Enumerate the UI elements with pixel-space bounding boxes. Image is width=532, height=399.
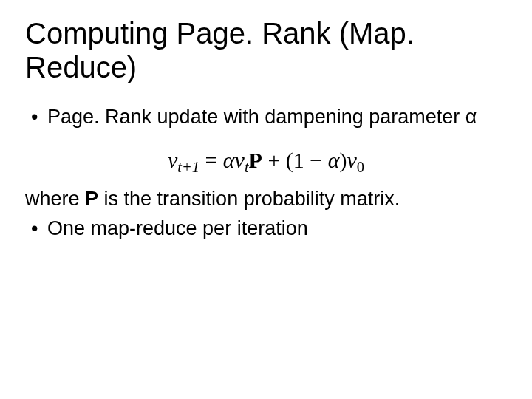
bullet-map-reduce: One map-reduce per iteration	[25, 216, 507, 242]
eq-equals: =	[200, 148, 223, 172]
spacer	[25, 136, 507, 142]
slide-title: Computing Page. Rank (Map. Reduce)	[25, 16, 507, 84]
where-b: is the transition probability matrix.	[98, 188, 400, 210]
bullet2-text: One map-reduce per iteration	[47, 217, 308, 239]
eq-v2: v	[235, 148, 245, 172]
equation-block: vt+1 = αvtP + (1 − α)v0	[25, 146, 507, 177]
where-line: where P is the transition probability ma…	[25, 187, 507, 212]
eq-sub-0: 0	[357, 158, 364, 174]
eq-sub-t1: t+1	[177, 158, 200, 174]
alpha-symbol: α	[466, 106, 477, 128]
eq-plus: + (1 −	[262, 148, 328, 172]
pagerank-equation: vt+1 = αvtP + (1 − α)v0	[168, 148, 364, 172]
where-P: P	[85, 188, 98, 210]
bullet-text: Page. Rank update with dampening paramet…	[47, 106, 466, 128]
slide-body: Page. Rank update with dampening paramet…	[25, 105, 507, 241]
bullet-pagerank-update: Page. Rank update with dampening paramet…	[25, 105, 507, 130]
where-a: where	[25, 188, 85, 210]
eq-alpha: α	[223, 148, 235, 172]
eq-alpha2: α	[328, 148, 340, 172]
eq-close: )	[340, 148, 347, 172]
slide: Computing Page. Rank (Map. Reduce) Page.…	[0, 0, 532, 399]
eq-P: P	[249, 148, 262, 172]
eq-v1: v	[168, 148, 177, 172]
eq-v3: v	[347, 148, 357, 172]
